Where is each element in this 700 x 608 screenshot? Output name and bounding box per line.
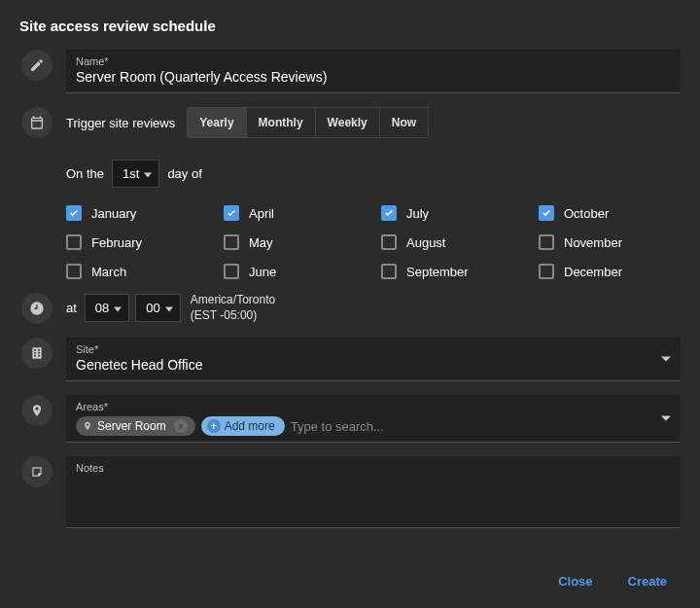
month-label: October (564, 206, 609, 221)
note-icon (21, 456, 52, 487)
month-march[interactable]: March (66, 264, 208, 279)
notes-field[interactable]: Notes (66, 456, 681, 528)
notes-input[interactable] (76, 474, 671, 520)
create-button[interactable]: Create (614, 566, 681, 596)
pin-icon (21, 395, 52, 426)
timezone-label: America/Toronto (EST -05:00) (191, 293, 275, 323)
frequency-monthly[interactable]: Monthly (247, 108, 316, 137)
checkbox-icon (539, 205, 554, 221)
month-label: December (564, 265, 622, 279)
dialog-title: Site access review schedule (19, 18, 681, 34)
name-input[interactable] (76, 67, 671, 85)
month-label: July (406, 206, 429, 221)
minute-select[interactable]: 00 (135, 294, 180, 322)
month-june[interactable]: June (224, 264, 366, 279)
chevron-down-icon (661, 416, 671, 421)
month-september[interactable]: September (381, 264, 523, 279)
at-label: at (66, 301, 77, 315)
trigger-label: Trigger site reviews (66, 116, 175, 130)
clock-icon (21, 293, 52, 324)
month-may[interactable]: May (224, 234, 366, 250)
areas-field[interactable]: Areas* Server Room× + Add more (66, 395, 681, 443)
month-february[interactable]: February (66, 234, 208, 250)
checkbox-icon (224, 205, 239, 221)
notes-label: Notes (76, 462, 671, 474)
checkbox-icon (66, 234, 82, 250)
month-label: June (249, 265, 276, 279)
month-label: March (91, 265, 126, 279)
checkbox-icon (66, 264, 82, 279)
month-april[interactable]: April (224, 205, 366, 221)
close-button[interactable]: Close (544, 566, 606, 596)
month-label: August (406, 235, 445, 250)
checkbox-icon (539, 264, 554, 279)
pin-icon (82, 420, 93, 432)
frequency-weekly[interactable]: Weekly (316, 108, 380, 137)
calendar-icon (21, 107, 52, 138)
pencil-icon (21, 50, 52, 81)
checkbox-icon (224, 264, 239, 279)
day-select[interactable]: 1st (112, 160, 159, 188)
areas-search-input[interactable] (291, 419, 671, 434)
month-december[interactable]: December (539, 264, 681, 279)
checkbox-icon (381, 264, 397, 279)
chevron-down-icon (661, 357, 671, 362)
month-label: April (249, 206, 274, 221)
frequency-yearly[interactable]: Yearly (188, 108, 246, 137)
month-label: January (91, 206, 136, 221)
areas-label: Areas* (76, 401, 671, 412)
month-august[interactable]: August (381, 234, 523, 250)
day-of-label: day of (167, 166, 201, 181)
month-label: November (564, 235, 622, 250)
hour-select[interactable]: 08 (85, 294, 129, 322)
on-the-label: On the (66, 166, 104, 181)
month-july[interactable]: July (381, 205, 523, 221)
site-value: Genetec Head Office (76, 355, 671, 373)
checkbox-icon (381, 234, 397, 250)
month-october[interactable]: October (539, 205, 681, 221)
frequency-now[interactable]: Now (380, 108, 428, 137)
month-november[interactable]: November (539, 234, 681, 250)
month-label: February (91, 235, 142, 250)
chip-label: Server Room (97, 419, 166, 433)
name-label: Name* (76, 55, 671, 67)
plus-icon: + (207, 419, 221, 433)
site-label: Site* (76, 343, 671, 355)
frequency-selector[interactable]: YearlyMonthlyWeeklyNow (187, 107, 429, 138)
month-january[interactable]: January (66, 205, 208, 221)
checkbox-icon (224, 234, 239, 250)
site-select[interactable]: Site* Genetec Head Office (66, 338, 681, 381)
checkbox-icon (66, 205, 82, 221)
month-label: May (249, 235, 273, 250)
month-label: September (406, 265, 469, 279)
remove-chip-button[interactable]: × (174, 419, 188, 433)
building-icon (21, 338, 52, 369)
checkbox-icon (381, 205, 397, 221)
name-field[interactable]: Name* (66, 50, 681, 93)
area-chip[interactable]: Server Room× (76, 416, 195, 436)
add-more-button[interactable]: + Add more (201, 416, 285, 436)
checkbox-icon (539, 234, 554, 250)
